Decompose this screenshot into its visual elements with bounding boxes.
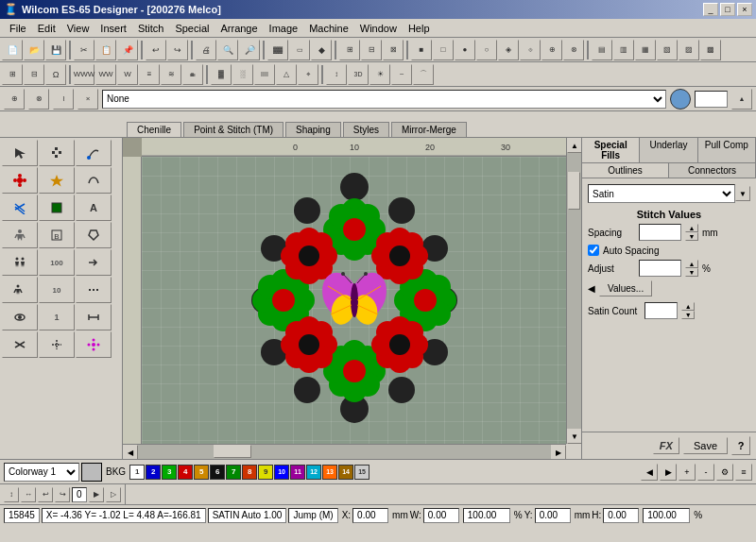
curve-tool[interactable] <box>76 167 112 194</box>
t2-12[interactable]: IIII <box>254 64 275 85</box>
color-11[interactable]: 11 <box>290 465 305 480</box>
flower2-tool[interactable] <box>76 331 112 358</box>
scroll-h-thumb[interactable] <box>214 445 251 458</box>
canvas-grid[interactable] <box>142 157 566 444</box>
zoom-in-btn[interactable]: 🔍 <box>217 40 238 60</box>
t2-10[interactable]: ▓ <box>211 64 232 85</box>
t2-9[interactable]: ⩩ <box>182 64 203 85</box>
print-btn[interactable]: 🖨 <box>196 40 216 60</box>
t2-7[interactable]: ≡ <box>139 64 160 85</box>
bt-2[interactable]: ↔ <box>21 487 36 502</box>
tb11[interactable]: ◈ <box>498 40 519 60</box>
snap-btn[interactable]: ⊟ <box>361 40 382 60</box>
maximize-btn[interactable]: □ <box>720 3 735 16</box>
color-next-btn[interactable]: ▶ <box>660 464 677 481</box>
scroll-left-arrow[interactable]: ◀ <box>123 445 138 459</box>
menu-machine[interactable]: Machine <box>303 21 354 36</box>
tb14[interactable]: ⊗ <box>563 40 584 60</box>
adjust-input[interactable]: 100 <box>639 260 681 277</box>
color-1[interactable]: 1 <box>129 465 145 480</box>
color-5[interactable]: 5 <box>194 465 209 480</box>
satin-tool[interactable] <box>2 195 38 221</box>
color-7[interactable]: 7 <box>226 465 241 480</box>
bt-1[interactable]: ↕ <box>4 487 19 502</box>
minimize-btn[interactable]: _ <box>703 3 718 16</box>
flower-tool[interactable] <box>2 167 38 194</box>
subtab-outlines[interactable]: Outlines <box>582 163 669 178</box>
none-dropdown[interactable]: None <box>102 90 666 109</box>
num10-tool[interactable]: 10 <box>39 277 75 303</box>
scroll-up-arrow[interactable]: ▲ <box>567 138 581 153</box>
undo-btn[interactable]: ↩ <box>146 40 166 60</box>
t2-14[interactable]: ⌖ <box>298 64 318 85</box>
help-button[interactable]: ? <box>731 436 750 455</box>
t2-19[interactable]: ⌒ <box>413 64 434 85</box>
node-btn[interactable]: ◆ <box>311 40 332 60</box>
vertical-scrollbar[interactable]: ▲ ▼ <box>566 138 581 444</box>
menu-image[interactable]: Image <box>264 21 304 36</box>
t2-6[interactable]: W <box>117 64 138 85</box>
color-6[interactable]: 6 <box>210 465 225 480</box>
menu-arrange[interactable]: Arrange <box>215 21 263 36</box>
text-tool[interactable]: A <box>76 195 112 221</box>
tb15[interactable]: ▤ <box>592 40 612 60</box>
t2-2[interactable]: ⊟ <box>24 64 44 85</box>
menu-edit[interactable]: Edit <box>32 21 61 36</box>
scroll-right-arrow[interactable]: ▶ <box>551 445 566 459</box>
expand-tool[interactable] <box>39 331 75 358</box>
walk-tool[interactable] <box>2 277 38 303</box>
t3-1[interactable]: ⊕ <box>4 89 25 110</box>
t2-5[interactable]: WW <box>95 64 116 85</box>
fill-type-dropdown[interactable]: Satin Pattern Fill Tatami <box>588 184 735 203</box>
tab-special-fills[interactable]: SpecialFills <box>582 138 640 162</box>
color-prev-btn[interactable]: ◀ <box>641 464 658 481</box>
color-swatch-main[interactable] <box>81 463 102 482</box>
tab-chenille[interactable]: Chenille <box>127 122 181 137</box>
adjust-spin-up[interactable]: ▲ <box>685 260 698 268</box>
satin-spin-up[interactable]: ▲ <box>681 302 695 311</box>
scroll-v-track[interactable] <box>567 153 581 429</box>
t2-15[interactable]: ↕ <box>326 64 347 85</box>
color-3[interactable]: 3 <box>162 465 177 480</box>
num1-tool[interactable]: 1 <box>39 304 75 330</box>
redo-btn[interactable]: ↪ <box>167 40 188 60</box>
tab-pull-comp[interactable]: Pull Comp <box>698 138 756 162</box>
color-10[interactable]: 10 <box>274 465 289 480</box>
t2-8[interactable]: ≋ <box>161 64 181 85</box>
dropdown-arrow[interactable]: ▼ <box>735 186 750 201</box>
scroll-down-arrow[interactable]: ▼ <box>567 429 581 444</box>
adjust-spin-down[interactable]: ▼ <box>685 268 698 277</box>
t3-3[interactable]: ≀ <box>53 89 74 110</box>
tb7[interactable]: ■ <box>411 40 432 60</box>
tab-underlay[interactable]: Underlay <box>640 138 697 162</box>
t2-11[interactable]: ░ <box>232 64 253 85</box>
color-wheel[interactable] <box>670 89 691 110</box>
letter-tool[interactable]: B <box>39 222 75 248</box>
tb16[interactable]: ▥ <box>613 40 634 60</box>
t2-17[interactable]: ☀ <box>369 64 390 85</box>
t2-16[interactable]: 3D <box>348 64 369 85</box>
auto-spacing-checkbox[interactable] <box>588 245 599 256</box>
arrow-tool[interactable] <box>76 249 112 276</box>
menu-insert[interactable]: Insert <box>94 21 132 36</box>
zoom-input[interactable]: 94 <box>695 91 728 108</box>
satin-spin-down[interactable]: ▼ <box>681 311 695 319</box>
t3-4[interactable]: × <box>77 89 98 110</box>
t2-1[interactable]: ⊞ <box>2 64 23 85</box>
jump-label[interactable]: Jump (M) <box>288 508 337 523</box>
shape-tool[interactable] <box>76 222 112 248</box>
close-btn[interactable]: × <box>737 3 752 16</box>
bt-4[interactable]: ↪ <box>55 487 70 502</box>
tb8[interactable]: □ <box>433 40 454 60</box>
measure-tool[interactable] <box>76 304 112 330</box>
t2-18[interactable]: ~ <box>391 64 412 85</box>
zoom-out-btn[interactable]: 🔎 <box>239 40 260 60</box>
tb12[interactable]: ⟐ <box>520 40 541 60</box>
tab-point-stitch[interactable]: Point & Stitch (TM) <box>183 122 284 137</box>
color-12[interactable]: 12 <box>306 465 321 480</box>
color-14[interactable]: 14 <box>338 465 353 480</box>
tb10[interactable]: ○ <box>476 40 497 60</box>
guide-btn[interactable]: ⊠ <box>383 40 404 60</box>
fx-button[interactable]: FX <box>653 437 679 454</box>
paste-btn[interactable]: 📌 <box>117 40 138 60</box>
